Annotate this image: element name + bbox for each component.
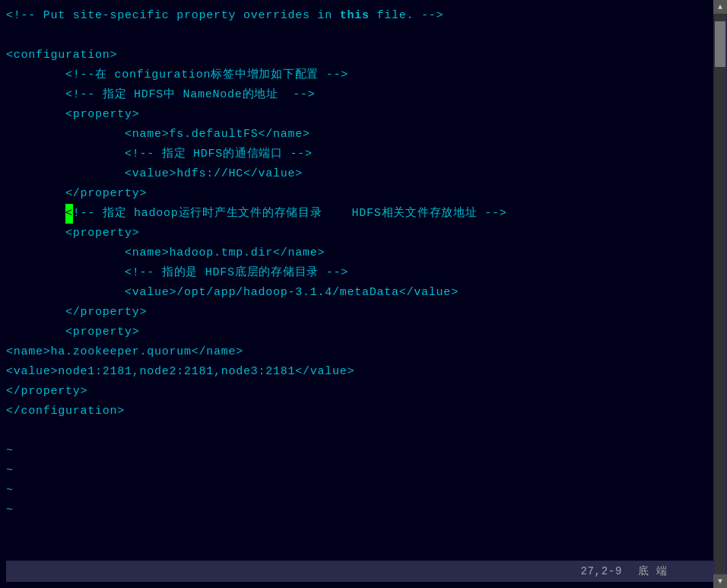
- line-19-text: <value>node1:2181,node2:2181,node3:2181<…: [6, 362, 354, 382]
- line-10-text: </property>: [6, 184, 147, 204]
- scrollbar-track[interactable]: [715, 14, 725, 574]
- line-14-text: <!-- 指的是 HDFS底层的存储目录 -->: [6, 263, 348, 283]
- line-15-text: <value>/opt/app/hadoop-3.1.4/metaData</v…: [6, 283, 459, 303]
- line-23-tilde: ~: [6, 441, 14, 461]
- line-23: ~: [6, 441, 713, 461]
- line-18: <name>ha.zookeeper.quorum</name>: [6, 342, 713, 362]
- scrollbar-thumb[interactable]: [715, 21, 725, 67]
- line-25-tilde: ~: [6, 481, 14, 501]
- line-1: <!-- Put site-specific property override…: [6, 6, 713, 26]
- line-22: [6, 421, 713, 441]
- line-3-text: <configuration>: [6, 46, 117, 65]
- line-5: <!-- 指定 HDFS中 NameNode的地址 -->: [6, 85, 713, 105]
- line-1-text: <!-- Put site-specific property override…: [6, 6, 443, 26]
- code-content: <!-- Put site-specific property override…: [6, 6, 713, 561]
- line-2: [6, 26, 713, 46]
- line-15: <value>/opt/app/hadoop-3.1.4/metaData</v…: [6, 283, 713, 303]
- line-14: <!-- 指的是 HDFS底层的存储目录 -->: [6, 263, 713, 283]
- line-21-text: </configuration>: [6, 402, 125, 421]
- line-13-text: <name>hadoop.tmp.dir</name>: [6, 243, 325, 263]
- line-12: <property>: [6, 224, 713, 243]
- scrollbar[interactable]: ▲ ▼: [713, 0, 727, 588]
- line-10: </property>: [6, 184, 713, 204]
- scrollbar-arrow-up[interactable]: ▲: [713, 0, 727, 14]
- line-12-text: <property>: [6, 224, 140, 243]
- line-20-text: </property>: [6, 382, 87, 402]
- line-26: ~: [6, 501, 713, 520]
- line-13: <name>hadoop.tmp.dir</name>: [6, 243, 713, 263]
- statusbar-spacer: 底 端: [622, 564, 668, 578]
- line-9-text: <value>hdfs://HC</value>: [6, 164, 303, 184]
- line-22-text: [6, 421, 14, 441]
- line-19: <value>node1:2181,node2:2181,node3:2181<…: [6, 362, 713, 382]
- line-21: </configuration>: [6, 402, 713, 421]
- line-17: <property>: [6, 323, 713, 342]
- line-16-text: </property>: [6, 303, 147, 323]
- statusbar: 27,2-9 底 端: [6, 561, 713, 582]
- line-4: <!--在 configuration标签中增加如下配置 -->: [6, 65, 713, 85]
- line-24-tilde: ~: [6, 461, 14, 481]
- line-2-text: [6, 26, 14, 46]
- line-24: ~: [6, 461, 713, 481]
- editor-area: <!-- Put site-specific property override…: [0, 0, 713, 588]
- line-7-text: <name>fs.defaultFS</name>: [6, 125, 310, 145]
- line-16: </property>: [6, 303, 713, 323]
- line-20: </property>: [6, 382, 713, 402]
- line-11: <!-- 指定 hadoop运行时产生文件的存储目录 HDFS相关文件存放地址 …: [6, 204, 713, 224]
- line-25: ~: [6, 481, 713, 501]
- cursor: <: [65, 204, 73, 224]
- line-4-text: <!--在 configuration标签中增加如下配置 -->: [6, 65, 348, 85]
- line-3: <configuration>: [6, 46, 713, 65]
- line-11-text: <!-- 指定 hadoop运行时产生文件的存储目录 HDFS相关文件存放地址 …: [6, 204, 507, 224]
- line-6: <property>: [6, 105, 713, 125]
- line-7: <name>fs.defaultFS</name>: [6, 125, 713, 145]
- line-18-text: <name>ha.zookeeper.quorum</name>: [6, 342, 243, 362]
- cursor-position: 27,2-9: [580, 565, 622, 577]
- line-8-text: <!-- 指定 HDFS的通信端口 -->: [6, 145, 313, 164]
- line-5-text: <!-- 指定 HDFS中 NameNode的地址 -->: [6, 85, 316, 105]
- scrollbar-arrow-down[interactable]: ▼: [713, 574, 727, 588]
- line-9: <value>hdfs://HC</value>: [6, 164, 713, 184]
- line-17-text: <property>: [6, 323, 140, 342]
- line-26-tilde: ~: [6, 501, 14, 520]
- line-6-text: <property>: [6, 105, 140, 125]
- line-8: <!-- 指定 HDFS的通信端口 -->: [6, 145, 713, 164]
